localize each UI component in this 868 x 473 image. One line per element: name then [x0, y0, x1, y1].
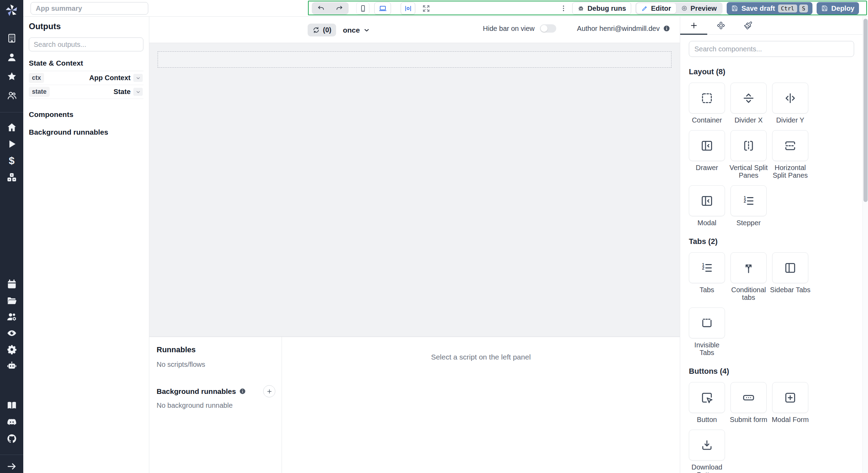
component-card-button[interactable]: Button: [689, 382, 725, 423]
component-card-divider-y[interactable]: Divider Y: [772, 83, 808, 124]
redo-button[interactable]: [330, 2, 349, 15]
undo-icon: [317, 5, 325, 12]
expand-row-button[interactable]: [133, 74, 143, 82]
chevron-down-icon: [135, 89, 141, 95]
windmill-logo-icon[interactable]: [5, 3, 19, 17]
topbar-actions: Debug runs Editor Preview Save draft Ctr…: [559, 2, 859, 15]
gear-icon[interactable]: [7, 344, 17, 355]
component-card-submit-form[interactable]: Submit form: [731, 382, 767, 423]
component-card-label: Horizontal Split Panes: [770, 164, 811, 179]
user-icon[interactable]: [7, 52, 17, 62]
hide-bar-toggle[interactable]: [540, 24, 556, 33]
component-card-label: Modal Form: [770, 416, 811, 423]
components-panel-tabs: [680, 17, 868, 35]
undo-button[interactable]: [312, 2, 330, 15]
sidebar-divider: [0, 455, 23, 455]
component-card-label: Divider X: [728, 116, 769, 124]
star-icon[interactable]: [7, 71, 17, 82]
tab-component-settings[interactable]: [707, 17, 734, 34]
folder-icon[interactable]: [7, 295, 17, 306]
author-label: Author henri@windmill.dev: [577, 25, 660, 33]
empty-grid-row-placeholder[interactable]: [158, 51, 671, 68]
component-card-label: Tabs: [686, 286, 727, 294]
robot-icon[interactable]: [7, 361, 17, 371]
layout-components-grid: Container Divider X Divider Y Drawer Ver…: [689, 83, 849, 227]
run-mode-dropdown[interactable]: once: [343, 26, 370, 34]
buttons-components-grid: Button Submit form Modal Form Download B…: [689, 382, 849, 473]
canvas-toolbar: (0) once Hide bar on view Author henri@w…: [149, 17, 680, 43]
scrollbar-thumb[interactable]: [863, 19, 868, 202]
section-title-tabs: Tabs (2): [689, 237, 849, 246]
dollar-icon[interactable]: $: [7, 155, 17, 166]
add-background-runnable-button[interactable]: [263, 385, 275, 397]
search-outputs-input[interactable]: [29, 37, 143, 51]
section-title-layout: Layout (8): [689, 67, 849, 76]
component-card-label: Download Button: [686, 463, 727, 473]
component-card-tabs[interactable]: 12 Tabs: [689, 252, 725, 301]
user-cog-icon[interactable]: [7, 312, 17, 322]
select-script-placeholder: Select a script on the left panel: [282, 353, 680, 361]
calendar-icon[interactable]: [7, 279, 17, 289]
cubes-icon[interactable]: [7, 172, 17, 183]
tab-insert-component[interactable]: [680, 17, 707, 34]
component-card-conditional-tabs[interactable]: Conditional tabs: [731, 252, 767, 301]
editor-label: Editor: [651, 5, 671, 12]
info-icon[interactable]: [663, 25, 670, 32]
app-summary-input[interactable]: [31, 2, 148, 15]
refresh-count-button[interactable]: (0): [308, 24, 336, 36]
component-diamonds-icon: [717, 21, 725, 30]
building-icon[interactable]: [7, 33, 17, 43]
save-icon: [731, 5, 738, 12]
component-card-label: Stepper: [728, 219, 769, 227]
home-icon[interactable]: [7, 122, 17, 133]
submit-form-icon: [731, 382, 767, 413]
canvas-grid-area[interactable]: [149, 43, 680, 337]
deploy-button[interactable]: Deploy: [817, 2, 859, 15]
center-content-button[interactable]: [401, 2, 415, 15]
output-row-state[interactable]: state State: [29, 85, 143, 99]
component-card-modal[interactable]: Modal: [689, 185, 725, 227]
component-card-horizontal-split[interactable]: Horizontal Split Panes: [772, 130, 808, 179]
run-mode-value: once: [343, 26, 360, 34]
eye-icon[interactable]: [7, 328, 17, 338]
hide-bar-label: Hide bar on view: [483, 25, 535, 33]
expand-sidebar-arrow-icon[interactable]: [7, 461, 17, 472]
deploy-label: Deploy: [831, 5, 854, 12]
preview-eye-icon: [681, 5, 688, 12]
align-center-icon: [404, 5, 412, 12]
users-icon[interactable]: [7, 90, 17, 101]
search-components-input[interactable]: [689, 41, 854, 57]
save-draft-button[interactable]: Save draft Ctrl S: [727, 2, 812, 15]
mobile-view-button[interactable]: [356, 2, 369, 15]
tab-styling[interactable]: [734, 17, 761, 34]
expand-row-button[interactable]: [133, 88, 143, 96]
component-card-invisible-tabs[interactable]: Invisible Tabs: [689, 307, 725, 356]
output-row-ctx[interactable]: ctx App Context: [29, 71, 143, 85]
component-card-drawer[interactable]: Drawer: [689, 130, 725, 179]
fullscreen-button[interactable]: [419, 2, 433, 15]
component-card-download-button[interactable]: Download Button: [689, 430, 725, 473]
discord-icon[interactable]: [7, 417, 17, 427]
component-card-container[interactable]: Container: [689, 83, 725, 124]
tab-preview[interactable]: Preview: [676, 3, 722, 14]
component-card-divider-x[interactable]: Divider X: [731, 83, 767, 124]
more-menu-button[interactable]: [559, 2, 568, 15]
editor-preview-toggle: Editor Preview: [635, 2, 723, 15]
tab-editor[interactable]: Editor: [636, 3, 676, 14]
github-icon[interactable]: [7, 433, 17, 444]
component-card-vertical-split[interactable]: Vertical Split Panes: [731, 130, 767, 179]
components-panel: Layout (8) Container Divider X Divider Y…: [680, 17, 868, 473]
component-card-label: Button: [686, 416, 727, 423]
preview-label: Preview: [691, 5, 717, 12]
book-icon[interactable]: [7, 400, 17, 411]
component-card-sidebar-tabs[interactable]: Sidebar Tabs: [772, 252, 808, 301]
kebab-menu-icon: [560, 5, 567, 12]
component-card-modal-form[interactable]: Modal Form: [772, 382, 808, 423]
component-card-stepper[interactable]: 12 Stepper: [731, 185, 767, 227]
debug-runs-button[interactable]: Debug runs: [572, 2, 631, 15]
play-icon[interactable]: [7, 139, 17, 149]
smartphone-icon: [359, 5, 367, 12]
svg-text:2: 2: [702, 265, 704, 270]
info-icon[interactable]: [239, 388, 246, 395]
desktop-view-button[interactable]: [374, 2, 391, 15]
